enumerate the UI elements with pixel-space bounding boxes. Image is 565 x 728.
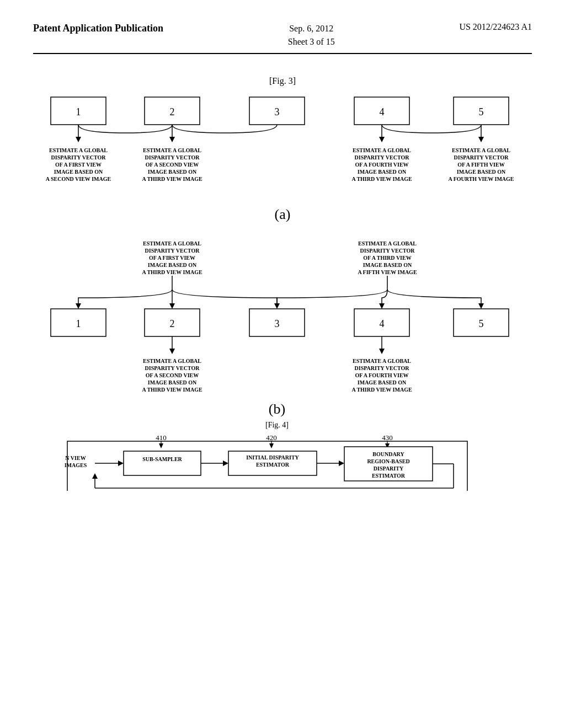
svg-text:DISPARITY VECTOR: DISPARITY VECTOR	[145, 154, 200, 160]
svg-rect-94	[124, 451, 201, 475]
svg-text:INITIAL DISPARITY: INITIAL DISPARITY	[246, 454, 299, 461]
svg-text:430: 430	[382, 433, 393, 442]
svg-text:(b): (b)	[269, 401, 285, 417]
svg-text:A THIRD VIEW IMAGE: A THIRD VIEW IMAGE	[351, 387, 412, 393]
svg-text:OF A FOURTH VIEW: OF A FOURTH VIEW	[355, 162, 408, 168]
svg-text:ESTIMATE A GLOBAL: ESTIMATE A GLOBAL	[358, 240, 417, 247]
svg-text:IMAGE BASED ON: IMAGE BASED ON	[358, 169, 407, 175]
section-a: 1 2 3 4 5	[33, 92, 532, 232]
main-content: [Fig. 3] 1 2 3 4 5	[33, 76, 532, 496]
svg-text:DISPARITY VECTOR: DISPARITY VECTOR	[145, 248, 200, 254]
svg-text:ESTIMATE A GLOBAL: ESTIMATE A GLOBAL	[353, 147, 411, 153]
svg-text:3: 3	[275, 106, 280, 117]
svg-text:BOUNDARY: BOUNDARY	[372, 451, 404, 457]
svg-text:A THIRD VIEW IMAGE: A THIRD VIEW IMAGE	[142, 269, 202, 275]
svg-text:OF A SECOND VIEW: OF A SECOND VIEW	[146, 372, 199, 378]
svg-text:410: 410	[156, 433, 167, 442]
svg-marker-15	[379, 137, 385, 142]
svg-text:A THIRD VIEW IMAGE: A THIRD VIEW IMAGE	[351, 176, 412, 182]
svg-text:ESTIMATE A GLOBAL: ESTIMATE A GLOBAL	[353, 358, 411, 364]
svg-text:A THIRD VIEW IMAGE: A THIRD VIEW IMAGE	[142, 387, 202, 393]
svg-text:A SECOND VIEW IMAGE: A SECOND VIEW IMAGE	[46, 176, 111, 182]
svg-marker-68	[379, 349, 385, 354]
header-patent-num: US 2012/224623 A1	[459, 22, 532, 32]
svg-marker-83	[159, 443, 163, 448]
page: Patent Application Publication Sep. 6, 2…	[0, 0, 565, 728]
header-date-sheet: Sep. 6, 2012 Sheet 3 of 15	[288, 22, 335, 49]
svg-text:IMAGE BASED ON: IMAGE BASED ON	[363, 262, 412, 268]
svg-text:IMAGE BASED ON: IMAGE BASED ON	[54, 169, 103, 175]
svg-text:DISPARITY VECTOR: DISPARITY VECTOR	[355, 154, 410, 160]
svg-text:ESTIMATOR: ESTIMATOR	[256, 462, 290, 468]
svg-text:2: 2	[170, 318, 175, 329]
svg-marker-54	[478, 303, 484, 309]
section-a-diagram: 1 2 3 4 5	[34, 92, 531, 202]
svg-text:ESTIMATE A GLOBAL: ESTIMATE A GLOBAL	[143, 240, 201, 247]
svg-text:ESTIMATE A GLOBAL: ESTIMATE A GLOBAL	[143, 358, 201, 364]
svg-text:4: 4	[380, 318, 385, 329]
svg-text:ESTIMATOR: ESTIMATOR	[372, 473, 406, 479]
svg-text:ESTIMATE A GLOBAL: ESTIMATE A GLOBAL	[143, 147, 201, 153]
svg-text:OF A THIRD VIEW: OF A THIRD VIEW	[363, 255, 411, 261]
svg-text:ESTIMATE A GLOBAL: ESTIMATE A GLOBAL	[452, 147, 510, 153]
svg-text:A THIRD VIEW IMAGE: A THIRD VIEW IMAGE	[142, 176, 202, 182]
section-a-label: (a)	[275, 206, 291, 223]
svg-marker-112	[92, 473, 98, 479]
svg-text:SUB-SAMPLER: SUB-SAMPLER	[142, 456, 182, 462]
svg-text:OF A FIRST VIEW: OF A FIRST VIEW	[55, 162, 102, 168]
section-b: ESTIMATE A GLOBAL DISPARITY VECTOR OF A …	[33, 237, 532, 491]
svg-text:1: 1	[76, 318, 81, 329]
svg-text:IMAGES: IMAGES	[65, 462, 87, 468]
svg-text:IMAGE BASED ON: IMAGE BASED ON	[457, 169, 506, 175]
svg-text:3: 3	[275, 318, 280, 329]
svg-marker-50	[169, 303, 175, 309]
svg-text:ESTIMATE A GLOBAL: ESTIMATE A GLOBAL	[49, 147, 108, 153]
svg-text:5: 5	[479, 106, 484, 117]
svg-text:IMAGE BASED ON: IMAGE BASED ON	[148, 169, 197, 175]
svg-text:[Fig. 4]: [Fig. 4]	[265, 421, 289, 429]
svg-marker-11	[76, 137, 81, 142]
svg-text:DISPARITY VECTOR: DISPARITY VECTOR	[51, 154, 106, 160]
svg-text:DISPARITY VECTOR: DISPARITY VECTOR	[355, 365, 410, 371]
svg-text:IMAGE BASED ON: IMAGE BASED ON	[148, 379, 197, 386]
svg-text:IMAGE BASED ON: IMAGE BASED ON	[148, 262, 197, 268]
svg-text:DISPARITY VECTOR: DISPARITY VECTOR	[454, 154, 509, 160]
svg-text:REGION-BASED: REGION-BASED	[367, 458, 409, 464]
fig3-label: [Fig. 3]	[269, 76, 296, 86]
svg-marker-17	[478, 137, 484, 142]
svg-text:OF A FIFTH VIEW: OF A FIFTH VIEW	[457, 162, 504, 168]
svg-marker-53	[379, 303, 385, 309]
svg-text:IMAGE BASED ON: IMAGE BASED ON	[358, 379, 407, 386]
svg-text:5: 5	[479, 318, 484, 329]
header-title: Patent Application Publication	[33, 22, 163, 35]
svg-marker-13	[169, 137, 175, 142]
svg-text:OF A FOURTH VIEW: OF A FOURTH VIEW	[355, 372, 408, 378]
svg-text:DISPARITY: DISPARITY	[374, 465, 404, 472]
svg-text:420: 420	[266, 433, 277, 442]
svg-marker-66	[169, 349, 175, 354]
svg-text:A FOURTH VIEW IMAGE: A FOURTH VIEW IMAGE	[448, 176, 514, 182]
svg-text:A FIFTH VIEW IMAGE: A FIFTH VIEW IMAGE	[358, 269, 417, 275]
svg-marker-86	[269, 443, 274, 448]
svg-text:DISPARITY VECTOR: DISPARITY VECTOR	[360, 248, 415, 254]
svg-text:2: 2	[170, 106, 175, 117]
header: Patent Application Publication Sep. 6, 2…	[33, 22, 532, 54]
svg-text:OF A FIRST VIEW: OF A FIRST VIEW	[149, 255, 195, 261]
svg-marker-93	[118, 461, 124, 466]
svg-marker-102	[339, 461, 344, 466]
section-b-diagram: ESTIMATE A GLOBAL DISPARITY VECTOR OF A …	[34, 237, 531, 491]
svg-marker-97	[223, 461, 228, 466]
svg-text:N VIEW: N VIEW	[65, 455, 86, 461]
svg-marker-49	[76, 303, 81, 309]
svg-text:1: 1	[76, 106, 81, 117]
svg-text:4: 4	[380, 106, 385, 117]
svg-text:OF A SECOND VIEW: OF A SECOND VIEW	[146, 162, 199, 168]
svg-text:DISPARITY VECTOR: DISPARITY VECTOR	[145, 365, 200, 371]
